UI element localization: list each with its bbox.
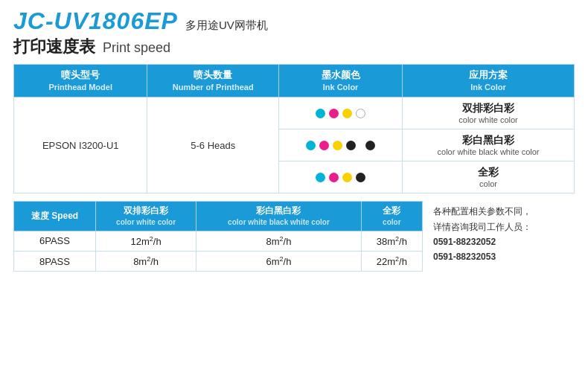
th-application: 应用方案 Ink Color (403, 65, 575, 97)
speed-table: 速度 Speed 双排彩白彩 color white color 彩白黑白彩 c… (13, 201, 423, 272)
ink-dots-2 (279, 129, 403, 161)
speed-section: 速度 Speed 双排彩白彩 color white color 彩白黑白彩 c… (13, 201, 575, 272)
contact-note: 各种配置相关参数不同， (433, 204, 575, 219)
speed-th-1: 双排彩白彩 color white color (95, 202, 196, 231)
contact-phone2: 0591-88232053 (433, 249, 575, 264)
speed-th-0: 速度 Speed (14, 202, 96, 231)
dot-cyan (306, 141, 316, 150)
speed-th-2: 彩白黑白彩 color white black white color (196, 202, 361, 231)
contact-note2: 详情咨询我司工作人员： (433, 220, 575, 234)
speed-th-3: 全彩 color (361, 202, 422, 231)
speed-val-2-1: 8m2/h (95, 252, 196, 272)
app-1: 双排彩白彩 color white color (403, 97, 575, 129)
dot-black2 (365, 141, 375, 150)
pass-label-1: 6PASS (14, 231, 96, 251)
contact-box: 各种配置相关参数不同， 详情咨询我司工作人员： 0591-88232052 05… (433, 201, 575, 265)
ink-dots-1 (279, 97, 403, 129)
speed-row-1: 6PASS 12m2/h 8m2/h 38m2/h (14, 231, 423, 251)
th-model: 喷头型号 Printhead Model (14, 65, 147, 97)
speed-val-1-1: 12m2/h (95, 231, 196, 251)
dot-cyan (316, 109, 325, 118)
th-ink-color: 墨水颜色 Ink Color (279, 65, 403, 97)
speed-row-2: 8PASS 8m2/h 6m2/h 22m2/h (14, 252, 423, 272)
app-2: 彩白黑白彩 color white black white color (403, 129, 575, 161)
dot-cyan (316, 173, 325, 182)
dot-magenta (329, 109, 339, 118)
app-3: 全彩 color (403, 161, 575, 193)
dot-magenta (329, 173, 339, 182)
speed-val-2-3: 22m2/h (361, 252, 422, 272)
speed-val-1-2: 8m2/h (196, 231, 361, 251)
ink-dots-3 (279, 161, 403, 193)
contact-phone1: 0591-88232052 (433, 234, 575, 249)
brand-subtitle: 多用途UV网带机 (185, 19, 268, 33)
dot-yellow (342, 109, 352, 118)
print-speed-cn: 打印速度表 (13, 36, 95, 58)
dot-yellow (342, 173, 352, 182)
dot-magenta (319, 141, 329, 150)
main-table: 喷头型号 Printhead Model 喷头数量 Number of Prin… (13, 64, 575, 193)
print-speed-en: Print speed (103, 40, 170, 56)
speed-table-wrap: 速度 Speed 双排彩白彩 color white color 彩白黑白彩 c… (13, 201, 423, 272)
dot-yellow (333, 141, 342, 150)
dot-black (356, 173, 365, 182)
pass-label-2: 8PASS (14, 252, 96, 272)
dot-white (356, 109, 365, 118)
heads-cell: 5-6 Heads (147, 97, 279, 193)
brand-title: JC-UV1806EP (13, 9, 178, 33)
dot-black (346, 141, 356, 150)
th-heads: 喷头数量 Number of Printhead (147, 65, 279, 97)
speed-val-1-3: 38m2/h (361, 231, 422, 251)
model-cell: EPSON I3200-U1 (14, 97, 147, 193)
table-row: EPSON I3200-U1 5-6 Heads 双排彩白彩 color whi… (14, 97, 575, 129)
speed-val-2-2: 6m2/h (196, 252, 361, 272)
